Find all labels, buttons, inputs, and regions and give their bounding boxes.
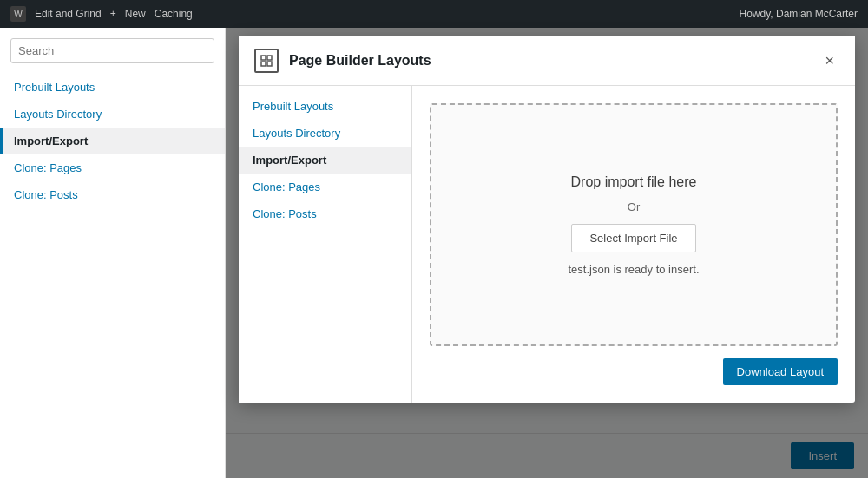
modal-nav-import-export[interactable]: Import/Export xyxy=(239,147,411,174)
drop-zone-title: Drop import file here xyxy=(571,174,697,190)
modal-nav-layouts-directory[interactable]: Layouts Directory xyxy=(239,120,411,147)
drop-zone[interactable]: Drop import file here Or Select Import F… xyxy=(430,103,838,346)
modal-header: Page Builder Layouts × xyxy=(239,36,855,86)
modal-overlay: Page Builder Layouts × Prebuilt Layouts … xyxy=(226,28,868,478)
modal: Page Builder Layouts × Prebuilt Layouts … xyxy=(239,36,855,403)
nav-import-export[interactable]: Import/Export xyxy=(0,128,225,154)
modal-close-button[interactable]: × xyxy=(819,51,839,70)
modal-title: Page Builder Layouts xyxy=(289,53,819,69)
svg-rect-2 xyxy=(261,62,266,66)
main-layout: Prebuilt Layouts Layouts Directory Impor… xyxy=(0,28,868,478)
admin-bar-right: Howdy, Damian McCarter xyxy=(740,8,858,20)
nav-clone-pages[interactable]: Clone: Pages xyxy=(0,154,225,181)
modal-nav-clone-pages[interactable]: Clone: Pages xyxy=(239,174,411,200)
modal-header-icon xyxy=(254,49,279,73)
nav-prebuilt-layouts[interactable]: Prebuilt Layouts xyxy=(0,74,225,101)
modal-sidebar: Prebuilt Layouts Layouts Directory Impor… xyxy=(239,86,412,403)
nav-layouts-directory[interactable]: Layouts Directory xyxy=(0,101,225,128)
select-import-file-button[interactable]: Select Import File xyxy=(571,224,695,252)
svg-rect-1 xyxy=(267,56,272,60)
drop-zone-status: test.json is ready to insert. xyxy=(568,263,699,276)
search-input[interactable] xyxy=(10,38,214,63)
modal-nav-clone-posts[interactable]: Clone: Posts xyxy=(239,200,411,227)
admin-bar-plus[interactable]: + xyxy=(110,8,116,20)
nav-clone-posts[interactable]: Clone: Posts xyxy=(0,181,225,208)
admin-bar-new[interactable]: New xyxy=(125,8,146,20)
drop-zone-or: Or xyxy=(628,200,640,213)
content-area: Page Builder Layouts × Prebuilt Layouts … xyxy=(226,28,868,478)
svg-rect-3 xyxy=(267,62,272,66)
wp-logo: W xyxy=(10,6,26,22)
svg-rect-0 xyxy=(261,56,266,60)
modal-main: Drop import file here Or Select Import F… xyxy=(412,86,855,403)
admin-bar: W Edit and Grind + New Caching Howdy, Da… xyxy=(0,0,868,28)
user-greeting: Howdy, Damian McCarter xyxy=(740,8,858,20)
modal-nav-prebuilt-layouts[interactable]: Prebuilt Layouts xyxy=(239,93,411,120)
caching-link[interactable]: Caching xyxy=(155,8,193,20)
site-name: Edit and Grind xyxy=(35,8,102,20)
search-wrap xyxy=(0,38,225,74)
admin-bar-left: W Edit and Grind + New Caching xyxy=(10,6,193,22)
download-layout-button[interactable]: Download Layout xyxy=(723,358,838,385)
modal-body: Prebuilt Layouts Layouts Directory Impor… xyxy=(239,86,855,403)
main-sidebar: Prebuilt Layouts Layouts Directory Impor… xyxy=(0,28,226,478)
